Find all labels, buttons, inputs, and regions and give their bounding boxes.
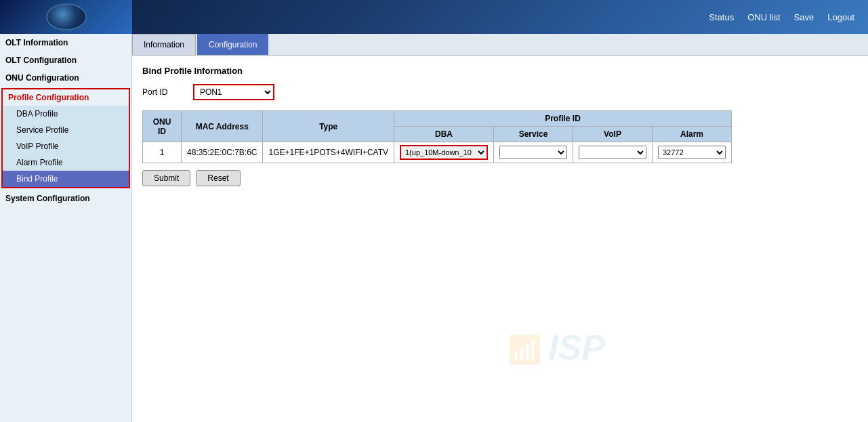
col-profile-id: Profile ID bbox=[394, 111, 732, 127]
cell-alarm: 32772 bbox=[653, 142, 732, 163]
col-type: Type bbox=[263, 111, 394, 142]
sidebar-item-dba-profile[interactable]: DBA Profile bbox=[3, 106, 129, 122]
tabs: Information Configuration bbox=[132, 34, 868, 56]
button-row: Submit Reset bbox=[142, 170, 858, 186]
sidebar: OLT Information OLT Configuration ONU Co… bbox=[0, 34, 132, 422]
voip-select[interactable] bbox=[579, 146, 646, 159]
tab-information[interactable]: Information bbox=[132, 34, 196, 55]
port-id-select[interactable]: PON1 PON2 PON3 PON4 bbox=[193, 84, 274, 100]
cell-service bbox=[494, 142, 573, 163]
sidebar-item-alarm-profile[interactable]: Alarm Profile bbox=[3, 154, 129, 171]
cell-voip bbox=[573, 142, 653, 163]
col-dba: DBA bbox=[394, 127, 494, 142]
port-id-label: Port ID bbox=[142, 87, 183, 97]
cell-dba: 1(up_10M-down_10 bbox=[394, 142, 494, 163]
page-title: Bind Profile Information bbox=[142, 66, 858, 76]
cell-mac-address: 48:35:2E:0C:7B:6C bbox=[182, 142, 263, 163]
profile-configuration-header[interactable]: Profile Configuration bbox=[3, 89, 129, 106]
sidebar-item-service-profile[interactable]: Service Profile bbox=[3, 122, 129, 138]
sidebar-item-onu-configuration[interactable]: ONU Configuration bbox=[0, 69, 131, 87]
col-onu-id: ONU ID bbox=[143, 111, 182, 142]
status-link[interactable]: Status bbox=[709, 12, 734, 22]
alarm-select[interactable]: 32772 bbox=[658, 146, 726, 159]
profile-configuration-section: Profile Configuration DBA Profile Servic… bbox=[1, 88, 130, 188]
tab-configuration[interactable]: Configuration bbox=[197, 34, 268, 55]
sidebar-item-system-configuration[interactable]: System Configuration bbox=[0, 190, 131, 207]
service-select[interactable] bbox=[499, 146, 567, 159]
main-content: Information Configuration Bind Profile I… bbox=[132, 34, 868, 422]
top-nav: Status ONU list Save Logout bbox=[709, 12, 854, 22]
table-row: 1 48:35:2E:0C:7B:6C 1GE+1FE+1POTS+4WIFI+… bbox=[143, 142, 732, 163]
col-alarm: Alarm bbox=[653, 127, 732, 142]
logout-link[interactable]: Logout bbox=[827, 12, 854, 22]
sidebar-item-olt-configuration[interactable]: OLT Configuration bbox=[0, 51, 131, 69]
onu-list-link[interactable]: ONU list bbox=[747, 12, 780, 22]
layout: OLT Information OLT Configuration ONU Co… bbox=[0, 34, 868, 422]
sidebar-item-voip-profile[interactable]: VoIP Profile bbox=[3, 138, 129, 154]
cell-type: 1GE+1FE+1POTS+4WIFI+CATV bbox=[263, 142, 394, 163]
col-voip: VoIP bbox=[573, 127, 653, 142]
watermark: 📶 ISP bbox=[508, 327, 605, 368]
bind-profile-table: ONU ID MAC Address Type Profile ID DBA S… bbox=[142, 110, 732, 163]
sidebar-item-bind-profile[interactable]: Bind Profile bbox=[3, 171, 129, 187]
content-area: Bind Profile Information Port ID PON1 PO… bbox=[132, 56, 868, 196]
cell-onu-id: 1 bbox=[143, 142, 182, 163]
port-id-form-row: Port ID PON1 PON2 PON3 PON4 bbox=[142, 84, 858, 100]
dba-select[interactable]: 1(up_10M-down_10 bbox=[400, 145, 488, 160]
logo-area bbox=[0, 0, 132, 34]
col-service: Service bbox=[494, 127, 573, 142]
sidebar-item-olt-information[interactable]: OLT Information bbox=[0, 34, 131, 51]
submit-button[interactable]: Submit bbox=[142, 170, 190, 186]
reset-button[interactable]: Reset bbox=[196, 170, 240, 186]
save-link[interactable]: Save bbox=[794, 12, 814, 22]
top-header: Status ONU list Save Logout bbox=[0, 0, 868, 34]
globe-icon bbox=[46, 3, 87, 30]
col-mac-address: MAC Address bbox=[182, 111, 263, 142]
